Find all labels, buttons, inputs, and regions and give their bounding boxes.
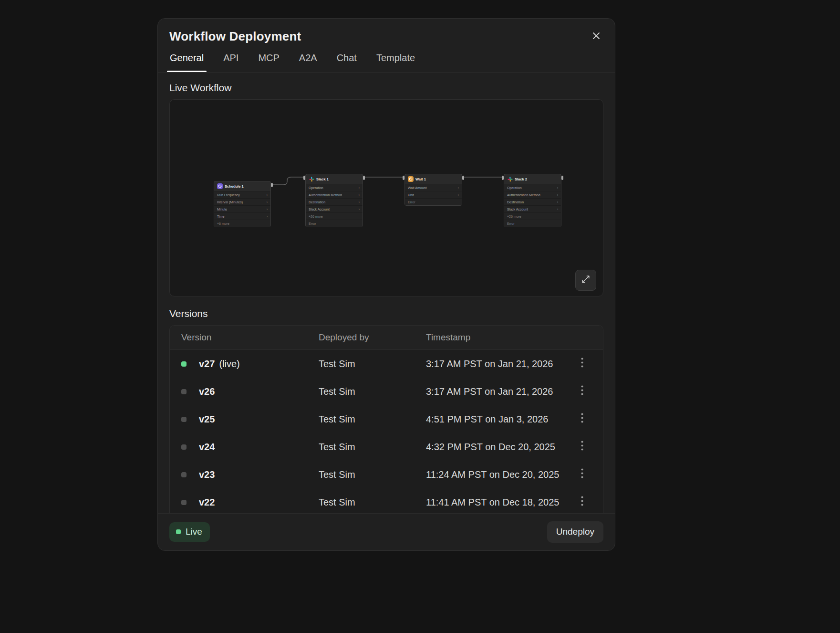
modal-body: Live Workflow Schedule 1 Run Frequency› … <box>158 73 615 513</box>
timestamp: 4:32 PM PST on Dec 20, 2025 <box>426 442 572 453</box>
input-port <box>303 176 305 180</box>
chevron-right-icon: › <box>359 200 360 204</box>
version-label: v25 <box>199 414 215 425</box>
deployed-by: Test Sim <box>319 442 426 453</box>
deployed-by: Test Sim <box>319 359 426 369</box>
node-field: Unit› <box>405 191 462 198</box>
node-error-label: Error <box>306 220 363 227</box>
row-menu-button[interactable] <box>575 356 589 371</box>
kebab-icon <box>581 413 583 425</box>
schedule-icon <box>217 183 223 189</box>
slack-icon <box>309 176 314 182</box>
node-field: Slack Account› <box>504 205 561 212</box>
node-more-label: +6 more <box>214 220 270 227</box>
tab-api[interactable]: API <box>223 50 239 72</box>
node-field: Run Frequency› <box>214 191 270 198</box>
workflow-node-wait-1[interactable]: Wait 1 Wait Amount› Unit› Error <box>404 174 462 206</box>
version-row: v27(live) Test Sim 3:17 AM PST on Jan 21… <box>170 350 603 378</box>
kebab-icon <box>581 468 583 481</box>
version-row: v23 Test Sim 11:24 AM PST on Dec 20, 202… <box>170 461 603 488</box>
kebab-icon <box>581 385 583 398</box>
node-field: Destination› <box>504 198 561 205</box>
node-field: Destination› <box>306 198 363 205</box>
output-port <box>462 176 464 180</box>
row-menu-button[interactable] <box>575 467 589 482</box>
workflow-node-slack-1[interactable]: Slack 1 Operation› Authentication Method… <box>305 174 363 227</box>
node-field: Authentication Method› <box>504 191 561 198</box>
input-port <box>502 176 504 180</box>
undeploy-button[interactable]: Undeploy <box>547 521 603 543</box>
timestamp: 3:17 AM PST on Jan 21, 2026 <box>426 359 572 369</box>
output-port <box>363 176 365 180</box>
chevron-right-icon: › <box>557 193 558 197</box>
tab-template[interactable]: Template <box>376 50 415 72</box>
chevron-right-icon: › <box>359 186 360 190</box>
live-workflow-heading: Live Workflow <box>169 82 603 94</box>
row-menu-button[interactable] <box>575 439 589 454</box>
version-label: v22 <box>199 497 215 508</box>
kebab-icon <box>581 496 583 508</box>
expand-icon <box>581 275 590 285</box>
expand-canvas-button[interactable] <box>575 270 596 291</box>
tab-general[interactable]: General <box>169 50 204 72</box>
live-status-dot <box>176 529 181 534</box>
version-status-dot-live <box>181 361 187 367</box>
version-status-dot <box>181 444 187 450</box>
chevron-right-icon: › <box>359 208 360 211</box>
close-button[interactable] <box>589 30 603 44</box>
tab-mcp[interactable]: MCP <box>258 50 280 72</box>
version-status-dot <box>181 500 187 505</box>
node-title: Schedule 1 <box>225 184 244 189</box>
close-icon <box>591 31 601 42</box>
timestamp: 11:41 AM PST on Dec 18, 2025 <box>426 497 572 508</box>
version-live-suffix: (live) <box>219 359 239 369</box>
node-error-label: Error <box>504 220 561 227</box>
node-field: Interval (Minutes)› <box>214 198 270 205</box>
node-field: Slack Account› <box>306 205 363 212</box>
workflow-node-slack-2[interactable]: Slack 2 Operation› Authentication Method… <box>504 174 561 227</box>
column-header-timestamp: Timestamp <box>426 332 572 343</box>
live-status-label: Live <box>186 527 202 537</box>
chevron-right-icon: › <box>557 186 558 190</box>
input-port <box>403 176 404 180</box>
version-label: v26 <box>199 386 215 397</box>
modal-title: Workflow Deployment <box>169 29 301 44</box>
chevron-right-icon: › <box>267 200 268 204</box>
chevron-right-icon: › <box>267 193 268 197</box>
version-label: v24 <box>199 442 215 453</box>
deployed-by: Test Sim <box>319 386 426 397</box>
row-menu-button[interactable] <box>575 495 589 510</box>
node-title: Wait 1 <box>415 177 426 181</box>
version-row: v22 Test Sim 11:41 AM PST on Dec 18, 202… <box>170 488 603 513</box>
modal-footer: Live Undeploy <box>158 513 615 550</box>
wait-timer-icon <box>408 176 414 182</box>
output-port <box>561 176 563 180</box>
node-title: Slack 1 <box>316 177 329 181</box>
kebab-icon <box>581 441 583 453</box>
deployed-by: Test Sim <box>319 414 426 425</box>
version-status-dot <box>181 417 187 422</box>
chevron-right-icon: › <box>458 193 459 197</box>
node-field: Authentication Method› <box>306 191 363 198</box>
version-status-dot <box>181 472 187 477</box>
workflow-deployment-modal: Workflow Deployment General API MCP A2A … <box>157 18 615 551</box>
node-field: Operation› <box>504 184 561 191</box>
node-more-label: +26 more <box>504 212 561 220</box>
workflow-canvas[interactable]: Schedule 1 Run Frequency› Interval (Minu… <box>169 99 603 296</box>
live-status-badge: Live <box>169 522 210 542</box>
versions-table: Version Deployed by Timestamp v27(live) … <box>169 325 603 513</box>
timestamp: 4:51 PM PST on Jan 3, 2026 <box>426 414 572 425</box>
node-field: Wait Amount› <box>405 184 462 191</box>
tab-a2a[interactable]: A2A <box>299 50 318 72</box>
versions-heading: Versions <box>169 308 603 319</box>
node-field: Operation› <box>306 184 363 191</box>
row-menu-button[interactable] <box>575 384 589 399</box>
output-port <box>271 183 273 187</box>
deployed-by: Test Sim <box>319 497 426 508</box>
workflow-node-schedule-1[interactable]: Schedule 1 Run Frequency› Interval (Minu… <box>214 181 271 227</box>
row-menu-button[interactable] <box>575 411 589 427</box>
tab-chat[interactable]: Chat <box>336 50 357 72</box>
kebab-icon <box>581 358 583 370</box>
column-header-deployed-by: Deployed by <box>319 332 426 343</box>
column-header-version: Version <box>181 332 319 343</box>
